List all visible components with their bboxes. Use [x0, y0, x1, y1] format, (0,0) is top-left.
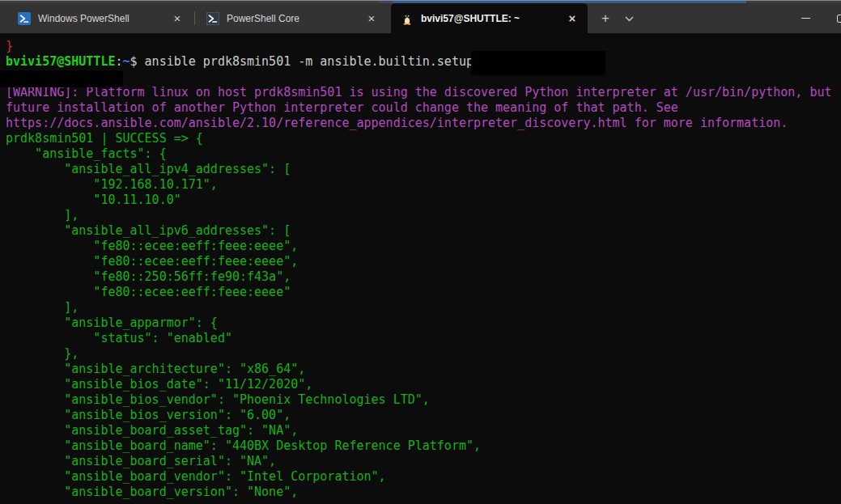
- terminal-line: "ansible_apparmor": {: [6, 316, 841, 331]
- close-tab-icon[interactable]: ×: [170, 11, 185, 26]
- terminal-line: "fe80::ecee:eeff:feee:eeee",: [6, 239, 841, 254]
- redaction-command-args: [471, 51, 605, 75]
- terminal-line: },: [6, 346, 841, 362]
- tab-windows-powershell[interactable]: Windows PowerShell ×: [8, 3, 193, 33]
- maximize-icon: [837, 15, 841, 23]
- terminal-line: "ansible_bios_version": "6.00",: [6, 408, 841, 423]
- terminal-line: https://docs.ansible.com/ansible/2.10/re…: [6, 116, 841, 131]
- terminal-line: "ansible_board_name": "440BX Desktop Ref…: [6, 438, 841, 454]
- powershell-core-icon: [206, 12, 219, 25]
- terminal-output: }bvivi57@SHUTTLE:~$ ansible prdk8smin501…: [0, 33, 841, 500]
- terminal-window: Windows PowerShell × PowerShell Core ×: [0, 0, 841, 504]
- tab-label: Windows PowerShell: [38, 13, 164, 24]
- tab-label: PowerShell Core: [227, 13, 358, 24]
- close-tab-icon[interactable]: ×: [565, 11, 580, 26]
- tab-separator: [194, 11, 195, 25]
- terminal-line: bvivi57@SHUTTLE:~$ ansible prdk8smin501 …: [6, 54, 841, 70]
- powershell-icon: [18, 12, 31, 25]
- terminal-line: prdk8smin501 | SUCCESS => {: [6, 131, 841, 146]
- tab-wsl-ubuntu-active[interactable]: bvivi57@SHUTTLE: ~ ×: [391, 3, 588, 33]
- terminal-line: "ansible_all_ipv6_addresses": [: [6, 223, 841, 239]
- terminal-line: "ansible_board_version": "None",: [6, 485, 841, 500]
- terminal-line: [6, 70, 841, 85]
- terminal-line: "ansible_bios_date": "11/12/2020",: [6, 377, 841, 392]
- terminal-line: "ansible_facts": {: [6, 146, 841, 162]
- tab-powershell-core[interactable]: PowerShell Core ×: [197, 3, 387, 33]
- tab-bar: Windows PowerShell × PowerShell Core ×: [0, 3, 841, 33]
- terminal-line: "ansible_board_vendor": "Intel Corporati…: [6, 469, 841, 485]
- tab-dropdown-button[interactable]: [619, 8, 639, 29]
- terminal-line: "fe80::ecee:eeff:feee:eeee": [6, 285, 841, 300]
- minimize-icon: [801, 18, 810, 19]
- terminal-line: "ansible_board_asset_tag": "NA",: [6, 423, 841, 438]
- terminal-line: future installation of another Python in…: [6, 100, 841, 116]
- tab-label: bvivi57@SHUTTLE: ~: [421, 13, 559, 24]
- terminal-line: "ansible_board_serial": "NA",: [6, 454, 841, 469]
- terminal-line: [WARNING]: Platform linux on host prdk8s…: [6, 85, 841, 100]
- redaction-output-line: [0, 70, 123, 87]
- terminal-line: ],: [6, 208, 841, 223]
- terminal-line: "10.11.10.0": [6, 193, 841, 208]
- terminal-line: "192.168.10.171",: [6, 177, 841, 193]
- terminal-line: "ansible_architecture": "x86_64",: [6, 362, 841, 377]
- chevron-down-icon: [625, 16, 634, 22]
- close-tab-icon[interactable]: ×: [364, 11, 379, 26]
- terminal-line: "fe80::250:56ff:fe90:f43a",: [6, 269, 841, 285]
- terminal[interactable]: }bvivi57@SHUTTLE:~$ ansible prdk8smin501…: [0, 33, 841, 504]
- terminal-line: "ansible_bios_vendor": "Phoenix Technolo…: [6, 392, 841, 408]
- maximize-button[interactable]: [837, 3, 841, 33]
- terminal-line: ],: [6, 300, 841, 316]
- terminal-line: }: [6, 39, 841, 54]
- terminal-line: "fe80::ecee:eeff:feee:eeee",: [6, 254, 841, 269]
- tux-linux-icon: [401, 12, 414, 25]
- new-tab-button[interactable]: +: [595, 8, 616, 29]
- terminal-line: "ansible_all_ipv4_addresses": [: [6, 162, 841, 177]
- minimize-button[interactable]: [787, 3, 824, 33]
- terminal-line: "status": "enabled": [6, 331, 841, 346]
